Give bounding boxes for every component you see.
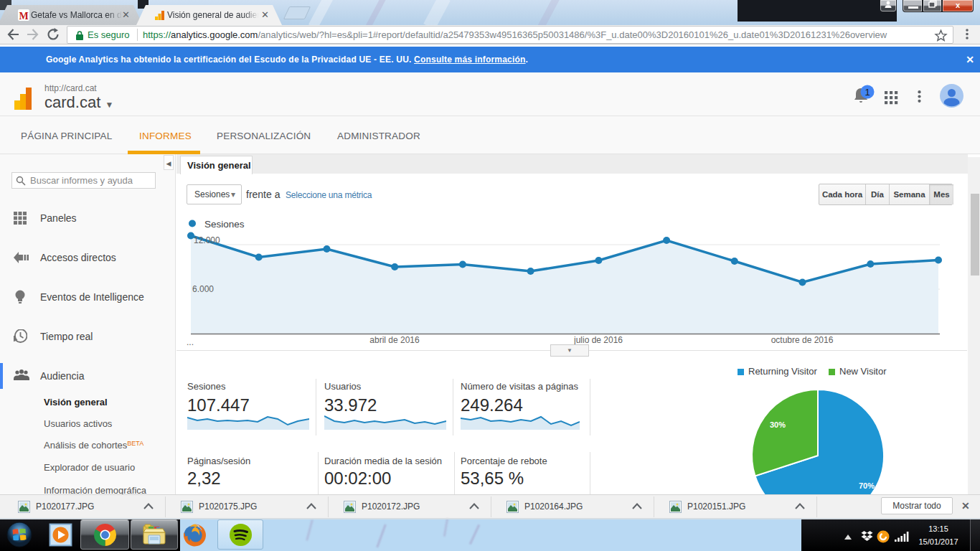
svg-text:70%: 70% [859,481,875,490]
svg-text:abril de 2016: abril de 2016 [369,335,420,345]
svg-text:1: 1 [864,87,870,98]
svg-text:6.000: 6.000 [192,284,214,294]
svg-text:12.000: 12.000 [194,235,220,245]
svg-text:julio de 2016: julio de 2016 [573,335,623,345]
svg-text:...: ... [187,337,194,347]
svg-text:octubre de 2016: octubre de 2016 [771,335,834,345]
svg-text:Sesiones: Sesiones [204,219,245,230]
svg-text:30%: 30% [770,420,786,429]
